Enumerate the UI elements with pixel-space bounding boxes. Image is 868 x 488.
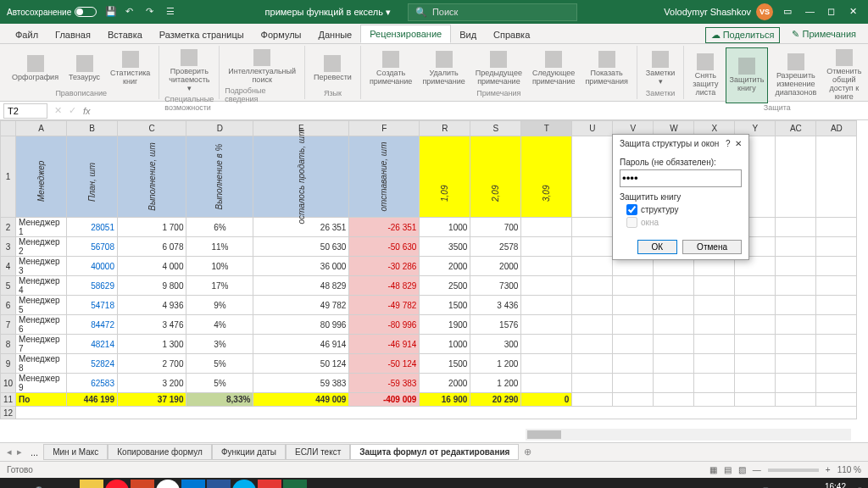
ok-button[interactable]: ОК: [637, 240, 678, 254]
skype-icon[interactable]: [232, 480, 256, 488]
sheet-tab[interactable]: Функции даты: [212, 444, 286, 460]
clock-time[interactable]: 16:42: [804, 482, 846, 488]
view-normal-icon[interactable]: ▦: [709, 465, 717, 474]
table-row[interactable]: 8 Менеджер 7482141 3003%46 914-46 914100…: [1, 335, 857, 354]
status-bar: Готово ▦ ▤ ▧ — + 110 %: [0, 461, 868, 478]
search-input[interactable]: 🔍 Поиск: [408, 3, 577, 21]
search-icon: 🔍: [415, 7, 427, 18]
undo-icon[interactable]: ↶: [125, 6, 137, 18]
tab-pagelayout[interactable]: Разметка страницы: [151, 26, 253, 43]
next-comment-button[interactable]: Следующее примечание: [529, 47, 579, 89]
fx-icon[interactable]: fx: [83, 106, 91, 116]
cancel-formula-icon[interactable]: ✕: [54, 105, 62, 116]
show-comments-button[interactable]: Показать примечания: [581, 47, 631, 89]
tab-insert[interactable]: Вставка: [99, 26, 151, 43]
tab-view[interactable]: Вид: [451, 26, 485, 43]
filename[interactable]: примеры функций в ексель ▾: [265, 7, 391, 18]
toggle-icon: [75, 7, 97, 17]
zoom-level[interactable]: 110 %: [837, 465, 861, 474]
cancel-button[interactable]: Отмена: [682, 240, 742, 254]
password-label: Пароль (не обязателен):: [620, 158, 742, 167]
ribbon-options-icon[interactable]: ▭: [783, 6, 795, 18]
zoom-out-icon[interactable]: —: [753, 465, 761, 474]
help-icon[interactable]: ?: [726, 139, 731, 148]
titlebar: Автосохранение 💾 ↶ ↷ ☰ примеры функций в…: [0, 0, 868, 24]
close-icon[interactable]: ✕: [849, 6, 861, 18]
sheet-nav-prev-icon[interactable]: ◂: [7, 446, 12, 458]
table-row[interactable]: 7 Менеджер 6844723 4764%80 996-80 996190…: [1, 315, 857, 335]
delete-comment-button[interactable]: Удалить примечание: [419, 47, 468, 89]
zoom-slider[interactable]: [768, 469, 819, 472]
unprotect-sheet-button[interactable]: Снять защиту листа: [689, 47, 721, 103]
translate-button[interactable]: Перевести: [310, 47, 355, 89]
notes-button[interactable]: Заметки ▾: [643, 47, 678, 89]
unshare-button[interactable]: Отменить общий доступ к книге: [823, 47, 865, 103]
start-icon[interactable]: ⊞: [3, 480, 27, 488]
share-button[interactable]: ☁ Поделиться: [705, 27, 781, 43]
comments-button[interactable]: ✎ Примечания: [787, 27, 861, 43]
tab-home[interactable]: Главная: [47, 26, 99, 43]
tab-formulas[interactable]: Формулы: [253, 26, 310, 43]
avatar: VS: [756, 3, 773, 20]
windows-checkbox: окна: [626, 217, 742, 228]
horizontal-scrollbar[interactable]: [526, 429, 851, 441]
password-input[interactable]: [620, 169, 742, 187]
search-taskbar-icon[interactable]: 🔍: [29, 480, 53, 488]
opera-icon[interactable]: [105, 480, 129, 488]
explorer-icon[interactable]: [80, 480, 103, 488]
protect-group-label: Защитить книгу: [620, 192, 742, 202]
app-icon[interactable]: [258, 480, 281, 488]
save-icon[interactable]: 💾: [105, 6, 117, 18]
sheet-tab[interactable]: Копирование формул: [108, 444, 212, 460]
dialog-title: Защита структуры и окон: [620, 139, 726, 148]
minimize-icon[interactable]: —: [805, 6, 817, 18]
view-break-icon[interactable]: ▧: [738, 465, 746, 474]
wordcount-button[interactable]: Статистика книг: [107, 47, 153, 89]
redo-icon[interactable]: ↷: [146, 6, 158, 18]
smartlookup-button[interactable]: Интеллектуальный поиск: [225, 47, 299, 86]
allow-edit-button[interactable]: Разрешить изменение диапазонов: [771, 47, 820, 103]
tab-data[interactable]: Данные: [309, 26, 360, 43]
table-row[interactable]: 9 Менеджер 8528242 7005%50 124-50 124150…: [1, 354, 857, 374]
sheet-tabs: ◂ ▸ ... Мин и Макс Копирование формул Фу…: [0, 442, 868, 461]
maximize-icon[interactable]: ◻: [827, 6, 839, 18]
word-icon[interactable]: [207, 480, 231, 488]
name-box[interactable]: [3, 103, 47, 119]
table-row[interactable]: 6 Менеджер 5547184 9369%49 782-49 782150…: [1, 296, 857, 315]
new-sheet-icon[interactable]: ⊕: [524, 446, 531, 458]
windows-taskbar: ⊞ 🔍 ▢ ☁ 19°C Rain ^ ☁ 🖧 🔊 РУС 16:42 17.0…: [0, 478, 868, 488]
powerpoint-icon[interactable]: [131, 480, 154, 488]
status-ready: Готово: [7, 465, 33, 474]
zoom-in-icon[interactable]: +: [826, 465, 831, 474]
protect-workbook-dialog: Защита структуры и окон ? ✕ Пароль (не о…: [612, 134, 749, 260]
table-row[interactable]: 5 Менеджер 4586299 80017%48 829-48 82925…: [1, 276, 857, 296]
accessibility-button[interactable]: Проверить читаемость ▾: [164, 47, 214, 95]
sheet-tab[interactable]: Мин и Макс: [43, 444, 108, 460]
outlook-icon[interactable]: [181, 480, 205, 488]
accept-formula-icon[interactable]: ✓: [69, 105, 76, 116]
tab-file[interactable]: Файл: [7, 26, 47, 43]
sheet-tab[interactable]: ЕСЛИ текст: [286, 444, 350, 460]
tab-help[interactable]: Справка: [485, 26, 538, 43]
autosave-toggle[interactable]: Автосохранение: [7, 7, 97, 17]
ribbon: Орфография Тезаурус Статистика книг Прав…: [0, 44, 868, 102]
table-row[interactable]: 10 Менеджер 9625833 2005%59 383-59 38320…: [1, 374, 857, 393]
prev-comment-button[interactable]: Предыдущее примечание: [472, 47, 526, 89]
formula-bar: ✕ ✓ fx: [0, 102, 868, 120]
taskview-icon[interactable]: ▢: [54, 480, 78, 488]
view-layout-icon[interactable]: ▤: [724, 465, 732, 474]
sheet-tab[interactable]: Защита формул от редактирования: [350, 444, 519, 460]
new-comment-button[interactable]: Создать примечание: [366, 47, 416, 89]
thesaurus-button[interactable]: Тезаурус: [65, 47, 103, 89]
sheet-nav-next-icon[interactable]: ▸: [17, 446, 22, 458]
spelling-button[interactable]: Орфография: [8, 47, 62, 89]
tab-review[interactable]: Рецензирование: [360, 25, 451, 43]
protect-workbook-button[interactable]: Защитить книгу: [726, 47, 769, 103]
user-account[interactable]: Volodymyr Shashkov VS: [664, 3, 773, 20]
touch-icon[interactable]: ☰: [166, 6, 178, 18]
structure-checkbox[interactable]: структуру: [626, 204, 742, 215]
excel-icon[interactable]: [283, 480, 307, 488]
ribbon-tabs: Файл Главная Вставка Разметка страницы Ф…: [0, 24, 868, 44]
chrome-icon[interactable]: [156, 480, 180, 488]
dialog-close-icon[interactable]: ✕: [735, 139, 742, 148]
